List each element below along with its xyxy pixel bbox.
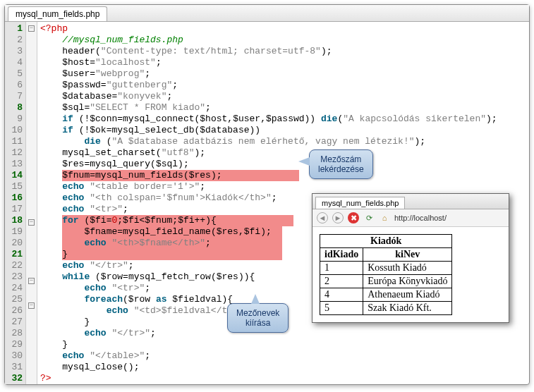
code-line[interactable]: $passwd="guttenberg"; bbox=[40, 80, 497, 91]
forward-icon[interactable]: ► bbox=[332, 212, 344, 223]
line-gutter: 1234567891011121314151617181920212223242… bbox=[5, 22, 26, 384]
home-icon[interactable]: ⌂ bbox=[379, 212, 390, 223]
refresh-icon[interactable]: ⟳ bbox=[363, 212, 375, 223]
code-line[interactable]: $fnum=mysql_num_fields($res); bbox=[40, 170, 497, 181]
code-line[interactable]: mysql_set_charset("utf8"); bbox=[40, 147, 497, 159]
code-line[interactable]: $res=mysql_query($sql); bbox=[40, 159, 497, 170]
code-line[interactable]: die ("A $database adatbázis nem elérhető… bbox=[40, 136, 497, 147]
code-line[interactable]: } bbox=[40, 339, 497, 350]
callout-field-count: Mezőszámlekérdezése bbox=[309, 149, 373, 179]
preview-toolbar: ◄ ► ✖ ⟳ ⌂ http://localhost/ bbox=[312, 209, 509, 227]
browser-preview: mysql_num_fields.php ◄ ► ✖ ⟳ ⌂ http://lo… bbox=[312, 193, 509, 323]
tab-bar: mysql_num_fields.php bbox=[5, 5, 529, 22]
code-line[interactable]: $host="localhost"; bbox=[40, 57, 497, 68]
preview-tab-bar: mysql_num_fields.php bbox=[312, 194, 509, 209]
code-line[interactable]: $user="webprog"; bbox=[40, 68, 497, 80]
code-line[interactable]: echo "<table border='1'>"; bbox=[40, 181, 497, 192]
code-line[interactable]: <?php bbox=[40, 23, 497, 35]
fold-gutter: −−−− bbox=[26, 22, 37, 384]
code-line[interactable]: mysql_close(); bbox=[40, 362, 497, 373]
code-line[interactable]: header("Content-type: text/html; charset… bbox=[40, 46, 497, 57]
result-table: KiadókidKiadokiNev1Kossuth Kiadó2Európa … bbox=[320, 234, 452, 315]
preview-body: KiadókidKiadokiNev1Kossuth Kiadó2Európa … bbox=[312, 227, 509, 322]
stop-icon[interactable]: ✖ bbox=[348, 212, 359, 223]
code-line[interactable]: $database="konyvek"; bbox=[40, 91, 497, 102]
code-line[interactable]: echo "</table>"; bbox=[40, 350, 497, 362]
code-line[interactable]: ?> bbox=[40, 373, 497, 384]
code-line[interactable]: //mysql_num_fields.php bbox=[40, 35, 497, 46]
preview-tab[interactable]: mysql_num_fields.php bbox=[315, 197, 405, 209]
url-bar[interactable]: http://localhost/ bbox=[394, 214, 447, 222]
code-line[interactable]: if (!$ok=mysql_select_db($database)) bbox=[40, 125, 497, 136]
back-icon[interactable]: ◄ bbox=[317, 212, 328, 223]
editor-tab[interactable]: mysql_num_fields.php bbox=[8, 6, 107, 21]
code-line[interactable]: $sql="SELECT * FROM kiado"; bbox=[40, 102, 497, 114]
callout-field-names: Mezőnevekkiírása bbox=[227, 303, 289, 333]
code-line[interactable]: if (!$conn=mysql_connect($host,$user,$pa… bbox=[40, 114, 497, 125]
